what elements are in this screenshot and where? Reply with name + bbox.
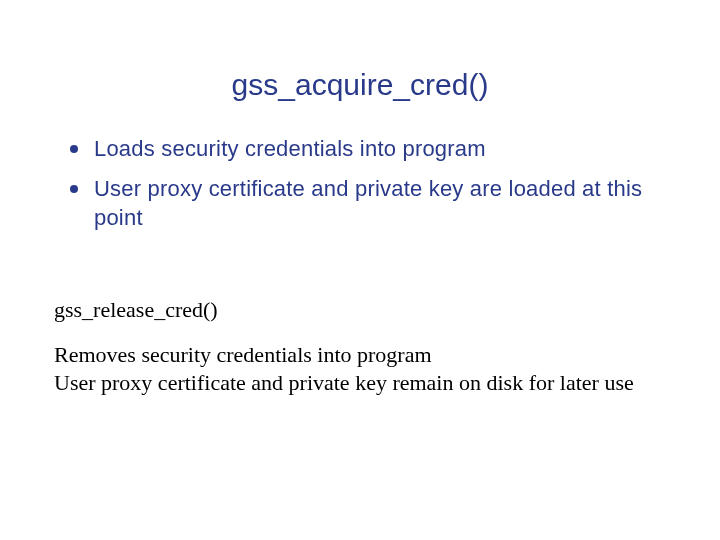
subheading: gss_release_cred() (54, 297, 670, 323)
body-line: Removes security credentials into progra… (54, 342, 432, 367)
body-text: Removes security credentials into progra… (54, 341, 664, 396)
body-line: User proxy certificate and private key r… (54, 370, 634, 395)
bullet-item: Loads security credentials into program (74, 134, 670, 164)
slide-title: gss_acquire_cred() (50, 68, 670, 102)
bullet-item: User proxy certificate and private key a… (74, 174, 670, 233)
bullet-list: Loads security credentials into program … (50, 134, 670, 233)
slide: gss_acquire_cred() Loads security creden… (0, 0, 720, 540)
